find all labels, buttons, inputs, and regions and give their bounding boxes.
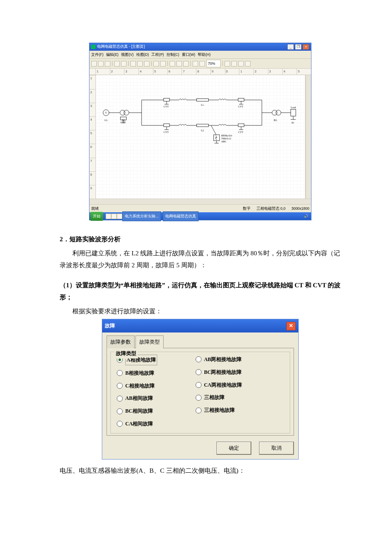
- radio-icon: [196, 369, 202, 375]
- svg-rect-14: [164, 98, 170, 101]
- svg-text:CVT: CVT: [121, 121, 126, 124]
- paragraph: 电压、电流互感器输出波形(A、B、C 三相的二次侧电压、电流)：: [60, 465, 341, 477]
- print-icon[interactable]: [114, 61, 120, 66]
- zoom-icon[interactable]: [199, 61, 205, 66]
- paragraph-bold: （1）设置故障类型为“单相接地短路”，运行仿真，在输出图页上观察记录线路始端 C…: [60, 279, 341, 304]
- close-icon[interactable]: ×: [303, 44, 309, 50]
- radio-label: C相接地故障: [125, 381, 155, 391]
- preview-icon[interactable]: [121, 61, 127, 66]
- taskbar-task[interactable]: 电网电磁暂态仿真: [163, 211, 199, 221]
- menu-window[interactable]: 窗口(W): [182, 51, 196, 58]
- window-title: 电网电磁暂态仿真 - [主图页]: [97, 43, 145, 50]
- chart-icon[interactable]: [193, 61, 198, 66]
- svg-text:CVT: CVT: [238, 131, 243, 133]
- save-icon[interactable]: [105, 61, 110, 66]
- cut-icon[interactable]: [130, 61, 136, 66]
- circuit-canvas[interactable]: G G1. B1. CVT CVT: [96, 75, 306, 199]
- radio-label: CA两相接地故障: [204, 380, 242, 390]
- svg-rect-20: [197, 99, 209, 101]
- group-title: 故障类型: [114, 349, 138, 358]
- radio-icon: [196, 382, 202, 388]
- radio-label: AB两相接地故障: [204, 355, 242, 364]
- radio-label: AB相间故障: [125, 393, 153, 403]
- select-icon[interactable]: [225, 61, 230, 66]
- start-button[interactable]: 开始: [90, 212, 103, 220]
- menu-help[interactable]: 帮助(H): [198, 51, 210, 58]
- close-icon[interactable]: ✕: [286, 322, 296, 330]
- radio-bc-phase[interactable]: BC相间故障: [117, 406, 157, 416]
- paste-icon[interactable]: [144, 61, 150, 66]
- radio-icon: [117, 383, 123, 389]
- status-mode: 三相电磁暂态 0,0: [257, 205, 285, 212]
- svg-rect-59: [291, 110, 296, 116]
- radio-icon: [196, 395, 202, 401]
- radio-ab-ground[interactable]: AB两相接地故障: [196, 355, 242, 364]
- new-icon[interactable]: [91, 61, 97, 66]
- radio-ab-phase[interactable]: AB相间故障: [117, 393, 157, 403]
- svg-text:G1.: G1.: [104, 119, 108, 122]
- menu-draw[interactable]: 绘图(D): [136, 51, 149, 58]
- dialog-tabs: 故障参数 故障类型: [107, 335, 294, 348]
- scrollbar-vertical[interactable]: [306, 75, 311, 199]
- status-num: 数字: [243, 205, 251, 212]
- toolbar: 70%: [89, 59, 311, 69]
- radio-b-ground[interactable]: B相接地故障: [117, 368, 157, 378]
- grid-icon[interactable]: [153, 61, 159, 66]
- radio-icon: [196, 408, 202, 413]
- scrollbar-horizontal[interactable]: [89, 199, 311, 204]
- menu-edit[interactable]: 编辑(E): [106, 51, 118, 58]
- taskbar: 开始 电力系统分析实验... 电网电磁暂态仿真 🔊: [89, 212, 311, 220]
- quicklaunch-icon[interactable]: [106, 214, 111, 219]
- svg-text:ABC: ABC: [221, 140, 226, 143]
- radio-icon: [117, 421, 123, 427]
- quicklaunch-icon[interactable]: [111, 214, 117, 219]
- text-icon[interactable]: [238, 61, 244, 66]
- ruler-horizontal: 12 34 56 78 90 12 34 5: [89, 69, 311, 75]
- ruler-vertical: 12 34 56 78 9: [89, 75, 96, 199]
- svg-point-5: [124, 110, 129, 116]
- maximize-icon[interactable]: ❐: [295, 44, 302, 50]
- copy-icon[interactable]: [137, 61, 143, 66]
- radio-3phase-ground[interactable]: 三相接地故障: [196, 405, 242, 415]
- svg-text:P1: P1: [291, 121, 294, 124]
- zoom-combo[interactable]: 70%: [206, 60, 221, 67]
- svg-rect-48: [238, 124, 244, 127]
- menu-control[interactable]: 控制(C): [167, 51, 179, 58]
- radio-icon: [117, 396, 123, 402]
- menu-project[interactable]: 工程(P): [151, 51, 164, 58]
- line-icon[interactable]: [231, 61, 237, 66]
- quicklaunch-icon[interactable]: [117, 214, 122, 219]
- menu-view[interactable]: 视图(V): [121, 51, 133, 58]
- play-icon[interactable]: [176, 61, 182, 66]
- tray-icons[interactable]: 🔊: [302, 212, 310, 220]
- taskbar-task[interactable]: 电力系统分析实验...: [122, 211, 161, 221]
- titlebar: 电网电磁暂态仿真 - [主图页] _ ❐ ×: [89, 43, 311, 51]
- svg-line-39: [211, 125, 216, 135]
- fault-dialog: 故障 ✕ 故障参数 故障类型 故障类型 A相接地故障: [102, 319, 299, 459]
- radio-ca-phase[interactable]: CA相间故障: [117, 419, 157, 429]
- radio-ca-ground[interactable]: CA两相接地故障: [196, 380, 242, 390]
- paragraph: 根据实验要求进行故障的设置：: [72, 305, 341, 318]
- svg-text:REMa:0.6-: REMa:0.6-: [221, 134, 233, 137]
- status-ready: 就绪: [91, 205, 99, 212]
- minimize-icon[interactable]: _: [287, 44, 294, 50]
- radio-icon: [117, 370, 123, 376]
- svg-rect-36: [197, 124, 209, 127]
- tab-fault-type[interactable]: 故障类型: [135, 335, 164, 348]
- radio-c-ground[interactable]: C相接地故障: [117, 381, 157, 391]
- menu-file[interactable]: 文件(F): [91, 51, 104, 58]
- run-icon[interactable]: [170, 61, 175, 66]
- dialog-titlebar: 故障 ✕: [102, 319, 298, 332]
- open-icon[interactable]: [98, 61, 104, 66]
- tab-fault-params[interactable]: 故障参数: [107, 335, 135, 348]
- cancel-button[interactable]: 取消: [259, 442, 294, 455]
- svg-text:L2.: L2.: [201, 129, 205, 132]
- circle-icon[interactable]: [245, 61, 251, 66]
- radio-3phase[interactable]: 三相故障: [196, 393, 242, 402]
- stop-icon[interactable]: [183, 61, 189, 66]
- radio-label: B相接地故障: [125, 368, 154, 378]
- radio-bc-ground[interactable]: BC两相接地故障: [196, 367, 242, 377]
- svg-rect-24: [238, 98, 244, 101]
- snap-icon[interactable]: [160, 61, 166, 66]
- ok-button[interactable]: 确定: [216, 442, 251, 455]
